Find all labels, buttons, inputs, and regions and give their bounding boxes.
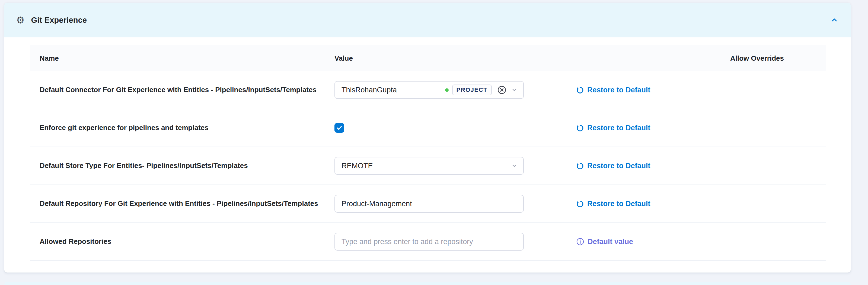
- chevron-down-icon: [511, 86, 518, 94]
- column-header-name: Name: [30, 54, 335, 63]
- collapse-section-button[interactable]: [830, 16, 839, 24]
- setting-name: Enforce git experience for pipelines and…: [40, 123, 209, 132]
- restore-to-default-button[interactable]: Restore to Default: [576, 200, 650, 208]
- restore-to-default-button[interactable]: Restore to Default: [576, 86, 650, 94]
- table-row: Allowed Repositories Default value: [30, 223, 826, 261]
- restore-label: Restore to Default: [587, 124, 650, 132]
- connector-dropdown-button[interactable]: [511, 86, 518, 94]
- table-row: Enforce git experience for pipelines and…: [30, 109, 826, 147]
- info-icon[interactable]: [576, 237, 585, 246]
- restore-icon: [576, 86, 584, 94]
- column-header-value: Value: [335, 54, 576, 63]
- next-section-header-edge: [4, 282, 850, 285]
- column-header-allow-overrides: Allow Overrides: [688, 54, 826, 63]
- chevron-up-icon: [830, 16, 839, 24]
- default-store-type-select[interactable]: REMOTE: [335, 157, 524, 175]
- setting-name: Default Store Type For Entities- Pipelin…: [40, 162, 248, 170]
- default-value-label: Default value: [588, 238, 633, 246]
- table-row: Default Store Type For Entities- Pipelin…: [30, 147, 826, 185]
- restore-to-default-button[interactable]: Restore to Default: [576, 162, 650, 170]
- restore-icon: [576, 200, 584, 208]
- clear-connector-button[interactable]: [497, 85, 507, 95]
- restore-label: Restore to Default: [587, 86, 650, 94]
- restore-label: Restore to Default: [587, 200, 650, 208]
- section-title: Git Experience: [31, 16, 87, 25]
- restore-label: Restore to Default: [587, 162, 650, 170]
- table-header-row: Name Value Allow Overrides: [30, 45, 826, 71]
- check-icon: [336, 124, 343, 131]
- gear-icon: ⚙: [16, 15, 24, 25]
- circle-cross-icon: [497, 85, 507, 95]
- store-type-value: REMOTE: [341, 162, 373, 170]
- connector-value: ThisRohanGupta: [341, 86, 397, 94]
- default-connector-select[interactable]: ThisRohanGupta PROJECT: [335, 81, 524, 99]
- git-experience-settings-card: ⚙ Git Experience Name Value Allow Overri…: [4, 3, 850, 273]
- restore-icon: [576, 124, 584, 132]
- enforce-git-experience-checkbox[interactable]: [335, 123, 344, 133]
- default-repository-input[interactable]: [335, 195, 524, 213]
- section-header-git-experience[interactable]: ⚙ Git Experience: [4, 3, 850, 37]
- default-value-indicator: Default value: [576, 237, 633, 246]
- restore-icon: [576, 162, 584, 170]
- connector-status-dot: [445, 88, 448, 92]
- scope-badge: PROJECT: [452, 84, 492, 95]
- table-row: Default Repository For Git Experience wi…: [30, 185, 826, 223]
- table-row: Default Connector For Git Experience wit…: [30, 71, 826, 109]
- restore-to-default-button[interactable]: Restore to Default: [576, 124, 650, 132]
- settings-table: Name Value Allow Overrides Default Conne…: [30, 45, 826, 261]
- chevron-down-icon: [511, 162, 518, 169]
- setting-name: Allowed Repositories: [40, 237, 111, 245]
- setting-name: Default Repository For Git Experience wi…: [40, 200, 318, 208]
- setting-name: Default Connector For Git Experience wit…: [40, 85, 316, 94]
- store-type-dropdown-button[interactable]: [511, 162, 518, 169]
- allowed-repositories-input[interactable]: [335, 233, 524, 251]
